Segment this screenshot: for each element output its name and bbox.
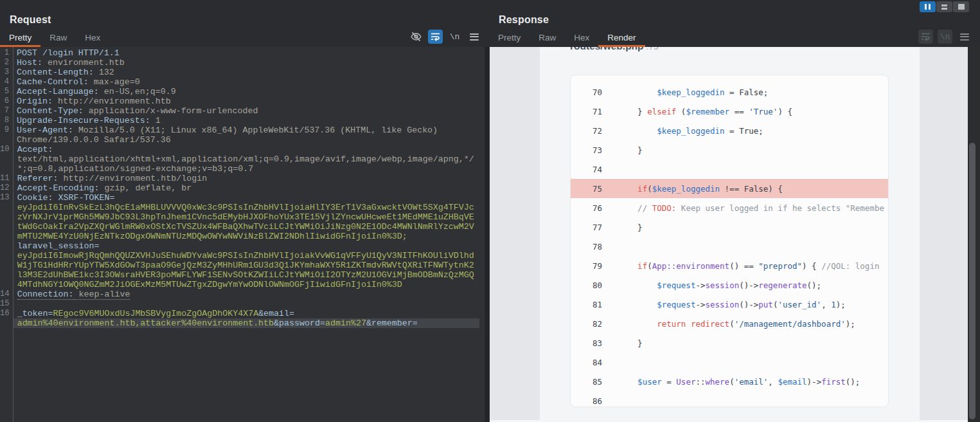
panel-splitter[interactable] <box>485 0 490 422</box>
code-line: 77 } <box>571 217 888 237</box>
request-editor-icons: \n <box>409 30 486 44</box>
response-menu-button[interactable] <box>957 30 972 44</box>
nonprintable-chars-button[interactable]: \n <box>447 30 462 44</box>
line-number: 14 <box>0 289 10 299</box>
line-number: 2 <box>0 58 9 68</box>
request-line: 10Accept: text/html,application/xhtml+xm… <box>0 145 485 174</box>
response-render-view[interactable]: routes/web.php :75 70 $keep_loggedin = F… <box>490 47 968 422</box>
single-layout-icon <box>958 4 965 10</box>
line-number: 15 <box>0 299 10 309</box>
word-wrap-icon <box>921 32 931 41</box>
response-scrollbar-thumb[interactable] <box>969 143 976 419</box>
request-line: 2Host: environment.htb <box>0 58 485 68</box>
code-line: 85 $user = User::where('email', $email)-… <box>571 372 888 391</box>
code-line-number: 73 <box>571 145 602 155</box>
code-line-number: 70 <box>571 87 602 97</box>
code-line-number: 79 <box>571 261 602 271</box>
line-text: Referer: http://environment.htb/login <box>17 174 476 183</box>
line-text: Content-Type: application/x-www-form-url… <box>17 106 476 116</box>
render-left-column <box>490 47 540 420</box>
newline-icon: \n <box>450 32 460 42</box>
icon-bar <box>960 39 969 41</box>
response-tab-render[interactable]: Render <box>598 28 645 47</box>
code-line: 84 <box>571 353 888 372</box>
layout-buttons <box>920 1 970 12</box>
line-number: 6 <box>0 96 9 106</box>
line-text: Accept-Encoding: gzip, deflate, br <box>17 183 476 193</box>
line-number: 8 <box>0 116 9 125</box>
hide-show-icon[interactable] <box>409 30 423 44</box>
request-line: 8Upgrade-Insecure-Requests: 1 <box>0 116 485 125</box>
code-line: 78 <box>571 237 888 256</box>
response-editor-icons: \n <box>918 30 976 44</box>
response-tab-raw[interactable]: Raw <box>530 28 565 47</box>
menu-icon <box>470 33 479 41</box>
code-line-text: return redirect('/management/dashboard')… <box>618 319 855 329</box>
response-scrollbar[interactable] <box>968 47 980 422</box>
code-line-number: 71 <box>571 107 602 116</box>
gutter-separator <box>13 47 13 422</box>
icon-bar <box>960 33 969 35</box>
request-tab-raw[interactable]: Raw <box>40 28 76 47</box>
request-line: 1POST /login HTTP/1.1 <box>0 48 485 58</box>
request-line: 7Content-Type: application/x-www-form-ur… <box>0 106 485 116</box>
code-line-number: 74 <box>571 165 602 174</box>
rows-layout-button[interactable] <box>936 1 952 12</box>
code-line-text: } <box>618 223 643 232</box>
word-wrap-button-disabled[interactable] <box>918 30 933 44</box>
file-line-label: :75 <box>646 47 659 51</box>
line-number: 16 <box>0 309 10 328</box>
response-tab-hex[interactable]: Hex <box>565 28 598 47</box>
line-text: Accept-Language: en-US,en;q=0.9 <box>17 87 476 96</box>
code-line-number: 75 <box>571 184 602 194</box>
icon-bar <box>941 8 947 10</box>
request-tab-hex[interactable]: Hex <box>76 28 109 47</box>
nonprintable-chars-button-disabled[interactable]: \n <box>938 30 952 44</box>
code-line-text: $request->session()->regenerate(); <box>618 280 821 290</box>
eye-slash-icon <box>410 32 422 42</box>
line-number: 1 <box>0 48 9 58</box>
code-line-text: $keep_loggedin = False; <box>618 87 768 97</box>
code-line: 80 $request->session()->regenerate(); <box>571 275 888 295</box>
response-tab-pretty[interactable]: Pretty <box>489 28 530 47</box>
icon-bar <box>929 4 931 10</box>
line-text: Connection: keep-alive <box>17 289 476 299</box>
columns-layout-button[interactable] <box>920 1 936 12</box>
line-number: 7 <box>0 106 9 116</box>
code-line: 82 return redirect('/management/dashboar… <box>571 314 888 333</box>
line-number: 9 <box>0 125 9 145</box>
single-layout-button[interactable] <box>953 1 969 12</box>
burp-repeater-window: Request Pretty Raw Hex \n <box>0 0 980 422</box>
line-number: 11 <box>0 174 10 183</box>
line-text: Cookie: XSRF-TOKEN=eyJpdiI6InRvSkEzL3hQc… <box>17 193 476 289</box>
code-snippet-card: 70 $keep_loggedin = False;71 } elseif ($… <box>570 75 889 407</box>
icon-bar <box>925 4 927 10</box>
request-line: 6Origin: http://environment.htb <box>0 96 485 106</box>
word-wrap-button[interactable] <box>428 30 443 44</box>
rows-layout-icon <box>941 4 947 10</box>
line-text: Accept: text/html,application/xhtml+xml,… <box>17 145 476 174</box>
icon-bar <box>941 5 947 6</box>
request-line: 14Connection: keep-alive <box>0 289 485 299</box>
line-number: 12 <box>0 183 10 193</box>
request-line: 16_token=REgoc9V6MUOxdUsJMbSBVygImoZgOAg… <box>0 309 485 328</box>
request-tab-pretty[interactable]: Pretty <box>0 28 40 47</box>
request-line: 9User-Agent: Mozilla/5.0 (X11; Linux x86… <box>0 125 485 145</box>
line-text: POST /login HTTP/1.1 <box>17 48 476 58</box>
request-menu-button[interactable] <box>467 30 481 44</box>
icon-bar <box>470 36 479 37</box>
code-line-text: $user = User::where('email', $email)->fi… <box>618 377 860 387</box>
code-line-text: } elseif ($remember == 'True') { <box>618 107 792 116</box>
word-wrap-icon <box>431 32 440 41</box>
code-line: 86 <box>571 391 888 407</box>
code-line: 79 if(App::environment() == "preprod") {… <box>571 256 888 275</box>
request-line: 3Content-Length: 132 <box>0 68 485 77</box>
request-editor[interactable]: 1POST /login HTTP/1.12Host: environment.… <box>0 47 485 422</box>
line-number: 4 <box>0 77 9 87</box>
code-line-text: if($keep_loggedin !== False) { <box>618 184 783 194</box>
render-file-heading: routes/web.php :75 <box>570 47 659 52</box>
code-line: 70 $keep_loggedin = False; <box>571 82 888 102</box>
icon-bar <box>470 39 479 41</box>
line-number: 10 <box>0 145 10 174</box>
menu-icon <box>960 33 969 41</box>
